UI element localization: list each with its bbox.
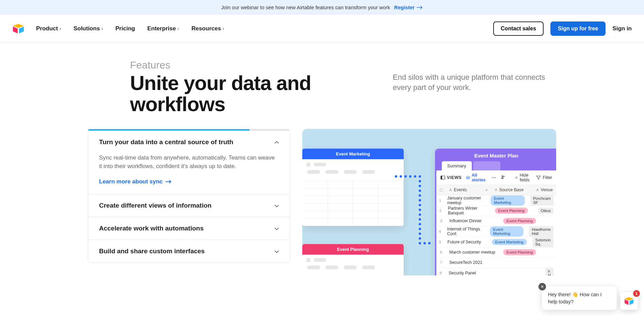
- hero: Features Unite your data and workflows E…: [70, 43, 574, 275]
- col-venue-label: Venue: [541, 187, 553, 192]
- filter-button[interactable]: Filter: [536, 175, 552, 180]
- checkbox-header[interactable]: [436, 185, 446, 195]
- table-row[interactable]: 4Internet of Things Conf.Event Marketing…: [436, 226, 556, 237]
- signin-link[interactable]: Sign in: [612, 25, 632, 32]
- accordion-title-1: Turn your data into a central source of …: [99, 138, 233, 146]
- nav-product-label: Product: [36, 25, 58, 32]
- all-stories-view[interactable]: All stories: [466, 173, 487, 182]
- hero-eyebrow: Features: [130, 59, 379, 71]
- master-toolbar: VIEWS All stories ⋯ Hide fields Filter G…: [436, 170, 556, 185]
- nav-solutions-label: Solutions: [74, 25, 100, 32]
- svg-rect-14: [440, 189, 442, 191]
- filter-label: Filter: [543, 175, 552, 180]
- cell-venue: s H: [543, 268, 556, 275]
- row-number: 7: [436, 260, 446, 265]
- col-venue[interactable]: AVenue: [533, 185, 556, 195]
- announcement-text: Join our webinar to see how new Airtable…: [221, 4, 390, 10]
- nav-solutions[interactable]: Solutions›: [74, 25, 103, 32]
- table-body: 1January customer meetupEvent MarketingP…: [436, 195, 556, 275]
- announcement-register-link[interactable]: Register: [394, 4, 423, 10]
- nav-product[interactable]: Product›: [36, 25, 61, 32]
- chevron-down-icon: [275, 225, 279, 231]
- people-icon[interactable]: [501, 175, 505, 180]
- table-row[interactable]: 7SecureTech 2021: [436, 258, 556, 268]
- event-marketing-title: Event Marketing: [302, 149, 404, 159]
- row-number: 2: [436, 209, 445, 213]
- table-header: AEvents▾ ≡Source Base AVenue: [436, 185, 556, 195]
- table-row[interactable]: 2Partners Winter BanquetEvent PlanningOi…: [436, 206, 556, 216]
- announcement-cta-label: Register: [394, 4, 415, 10]
- list-icon: ≡: [495, 187, 497, 192]
- views-toggle[interactable]: VIEWS: [440, 175, 462, 180]
- cell-event: Future of Security: [444, 240, 489, 244]
- event-master-plan-card: Event Master Plan Summary VIEWS All stor…: [435, 149, 556, 275]
- svg-rect-5: [467, 176, 470, 179]
- col-source-label: Source Base: [499, 187, 524, 192]
- nav-resources[interactable]: Resources›: [191, 25, 224, 32]
- cell-event: SecureTech 2021: [446, 260, 500, 265]
- cell-event: Security Panel: [445, 271, 496, 275]
- learn-more-label: Learn more about sync: [99, 178, 163, 185]
- signup-button[interactable]: Sign up for free: [550, 21, 606, 36]
- nav-pricing[interactable]: Pricing: [115, 25, 135, 32]
- table-row[interactable]: 8Security Panels H: [436, 268, 556, 275]
- accordion-head-2[interactable]: Create different views of information: [88, 194, 290, 217]
- chevron-right-icon: ›: [101, 25, 103, 32]
- col-source[interactable]: ≡Source Base: [491, 185, 533, 195]
- svg-point-8: [502, 176, 503, 177]
- chevron-down-icon: ▾: [485, 187, 488, 193]
- row-number: 1: [436, 198, 444, 202]
- cell-event: January customer meetup: [444, 196, 488, 205]
- hero-subtitle: End silos with a unique platform that co…: [393, 59, 553, 92]
- announcement-bar: Join our webinar to see how new Airtable…: [0, 0, 644, 15]
- views-label: VIEWS: [447, 175, 462, 180]
- all-stories-label: All stories: [472, 173, 487, 182]
- nav-enterprise[interactable]: Enterprise›: [147, 25, 179, 32]
- table-row[interactable]: 6March customer meetupEvent Planning: [436, 247, 556, 258]
- tab-summary[interactable]: Summary: [442, 161, 472, 170]
- connector-dots: [395, 175, 439, 247]
- col-events-label: Events: [454, 187, 467, 192]
- feature-accordion: Turn your data into a central source of …: [88, 129, 290, 263]
- event-marketing-card: Event Marketing: [302, 149, 404, 226]
- logo[interactable]: [12, 23, 25, 34]
- chevron-down-icon: [275, 202, 279, 209]
- cell-source: Event Marketing: [489, 239, 530, 245]
- accordion-head-4[interactable]: Build and share custom interfaces: [88, 240, 290, 262]
- cell-source: Event Planning: [500, 218, 550, 224]
- contact-sales-button[interactable]: Contact sales: [493, 21, 544, 36]
- arrow-right-icon: [417, 4, 423, 10]
- table-row[interactable]: 1January customer meetupEvent MarketingP…: [436, 195, 556, 206]
- accordion-head-1[interactable]: Turn your data into a central source of …: [88, 131, 290, 153]
- accordion-item-1: Turn your data into a central source of …: [88, 131, 290, 194]
- main-nav: Product› Solutions› Pricing Enterprise› …: [0, 15, 644, 43]
- nav-resources-label: Resources: [191, 25, 221, 32]
- chevron-down-icon: [275, 248, 279, 254]
- chevron-right-icon: ›: [222, 25, 224, 32]
- col-events[interactable]: AEvents▾: [446, 185, 491, 195]
- master-tabs: Summary: [436, 161, 556, 170]
- nav-right: Contact sales Sign up for free Sign in: [493, 21, 632, 36]
- cell-source: Event Marketing: [487, 226, 527, 237]
- event-planning-card: Event Planning: [302, 244, 404, 275]
- more-icon[interactable]: ⋯: [492, 175, 496, 180]
- hide-fields-button[interactable]: Hide fields: [515, 173, 531, 182]
- cell-venue: Porchcam SF: [528, 195, 556, 206]
- chevron-up-icon: [275, 139, 279, 145]
- master-plan-title: Event Master Plan: [436, 150, 556, 161]
- cell-event: Internet of Things Conf.: [444, 227, 487, 236]
- hero-title: Unite your data and workflows: [130, 73, 379, 115]
- svg-point-9: [503, 176, 505, 177]
- table-row[interactable]: 3Influencer DinnerEvent Planning: [436, 216, 556, 226]
- cell-event: Partners Winter Banquet: [445, 206, 492, 215]
- cell-venue: Oikos: [535, 208, 556, 214]
- accordion-head-3[interactable]: Accelerate work with automations: [88, 217, 290, 240]
- cell-source: Event Marketing: [488, 195, 528, 206]
- accordion-body-1: Sync real-time data from anywhere, autom…: [88, 153, 290, 194]
- accordion-desc-1: Sync real-time data from anywhere, autom…: [99, 153, 279, 171]
- chevron-right-icon: ›: [177, 25, 179, 32]
- table-row[interactable]: 5Future of SecurityEvent MarketingSolomo…: [436, 237, 556, 247]
- arrow-right-icon: [165, 178, 172, 185]
- learn-more-sync-link[interactable]: Learn more about sync: [99, 178, 172, 185]
- accordion-item-4: Build and share custom interfaces: [88, 240, 290, 262]
